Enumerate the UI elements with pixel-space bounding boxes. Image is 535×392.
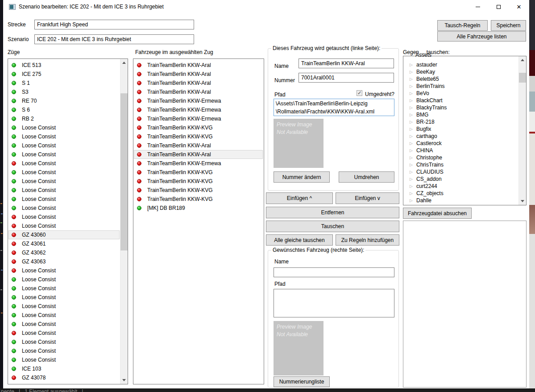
alle-gleiche-tauschen-button[interactable]: Alle gleiche tauschen xyxy=(266,234,333,246)
zuege-scrollbar[interactable] xyxy=(120,59,128,384)
fahrzeuge-list-item[interactable]: TrainTeamBerlin KKW-Ermewa xyxy=(134,96,263,105)
tree-item[interactable]: ▷ Dahlle xyxy=(404,197,518,204)
tree-item[interactable]: ▷ Bugfix xyxy=(404,125,518,133)
tree-item[interactable]: ▷ BR-218 xyxy=(404,118,518,125)
zuege-list-item[interactable]: S 1 xyxy=(8,79,120,88)
tree-item[interactable]: ▷ Castlerock xyxy=(404,140,518,147)
strecke-input[interactable] xyxy=(34,20,194,29)
nummerierungliste-button[interactable]: Nummerierungliste xyxy=(274,376,330,387)
zuege-list-item[interactable]: ICE 513 xyxy=(8,61,120,70)
fahrzeuge-list-item[interactable]: TrainTeamBerlin KKW-KVG xyxy=(134,186,263,195)
fahrzeuge-list-item[interactable]: [MK] DB BR189 xyxy=(134,204,263,213)
zuege-list-item[interactable]: Loose Consist xyxy=(8,311,120,320)
titlebar[interactable]: Szenario bearbeiten: ICE 202 - Mit dem I… xyxy=(3,0,529,14)
scrollbar-thumb[interactable] xyxy=(120,93,128,250)
fahrzeuge-list-item[interactable]: TrainTeamBerlin KKW-Aral xyxy=(134,141,263,150)
zuege-list-item[interactable]: Loose Consist xyxy=(8,141,120,150)
tree-item[interactable]: ▷ BeVo xyxy=(404,90,518,97)
zuege-list-item[interactable]: GZ 43060 xyxy=(8,230,120,239)
zuege-list-item[interactable]: Loose Consist xyxy=(8,275,120,284)
tree-item[interactable]: ▷ CHINA xyxy=(404,147,518,154)
scroll-up-button[interactable] xyxy=(519,56,526,64)
umgedreht-checkbox[interactable]: ✓ xyxy=(357,90,362,96)
fahrzeuge-list-item[interactable]: TrainTeamBerlin KKW-Aral xyxy=(134,150,263,159)
desired-name-input[interactable] xyxy=(274,267,394,277)
scroll-up-button[interactable] xyxy=(120,59,128,67)
zuege-list-item[interactable]: RB 2 xyxy=(8,114,120,123)
zuege-list-item[interactable]: Loose Consist xyxy=(8,346,120,355)
minimize-button[interactable] xyxy=(468,0,488,14)
pfad-input[interactable]: \Assets\TrainTeamBerlin\Berlin-Leipzig \… xyxy=(274,99,394,116)
tausch-tree[interactable]: ▷ astauder ▷ BeeKay ▷ Belette65 ▷ Berlin… xyxy=(403,56,527,205)
tausch-regeln-button[interactable]: Tausch-Regeln xyxy=(437,20,488,31)
speichern-button[interactable]: Speichern xyxy=(491,20,526,31)
fahrzeuge-list-item[interactable]: TrainTeamBerlin KKW-Aral xyxy=(134,88,263,96)
close-button[interactable]: ✕ xyxy=(509,0,529,14)
zuege-list-item[interactable]: Loose Consist xyxy=(8,168,120,177)
zuege-list-item[interactable]: ICE 103 xyxy=(8,364,120,373)
fahrzeuge-listbox[interactable]: TrainTeamBerlin KKW-Aral TrainTeamBerlin… xyxy=(133,58,264,384)
zuege-list-item[interactable]: Loose Consist xyxy=(8,195,120,204)
fahrzeuge-list-item[interactable]: TrainTeamBerlin KKW-Ermewa xyxy=(134,114,263,123)
zuege-list-item[interactable]: S3 xyxy=(8,88,120,96)
maximize-button[interactable] xyxy=(488,0,509,14)
zuege-list-item[interactable]: Loose Consist xyxy=(8,338,120,346)
fahrzeugdatei-absuchen-button[interactable]: Fahrzeugdatei absuchen xyxy=(403,208,472,219)
fahrzeuge-list-item[interactable]: TrainTeamBerlin KKW-Aral xyxy=(134,61,263,70)
zuege-listbox[interactable]: ICE 513 ICE 275 S 1 S3 xyxy=(8,58,128,384)
search-result-box[interactable] xyxy=(403,221,527,388)
zuege-list-item[interactable]: GZ 43078 xyxy=(8,373,120,382)
zuege-list-item[interactable]: Loose Consist xyxy=(8,177,120,186)
zuege-list-item[interactable]: Loose Consist xyxy=(8,221,120,230)
tree-scrollbar[interactable] xyxy=(518,56,526,205)
tree-item-clipped[interactable]: Assets xyxy=(409,52,431,58)
tree-item[interactable]: ▷ ChrisTrains xyxy=(404,161,518,168)
zuege-list-item[interactable]: Loose Consist xyxy=(8,186,120,195)
zuege-list-item[interactable]: GZ 43061 xyxy=(8,239,120,248)
tree-item[interactable]: ▷ CLAUDIUS xyxy=(404,168,518,175)
nummer-input[interactable] xyxy=(299,73,394,83)
zuege-list-item[interactable]: Loose Consist xyxy=(8,302,120,311)
zuege-list-item[interactable]: Loose Consist xyxy=(8,132,120,141)
zuege-list-item[interactable]: RE 70 xyxy=(8,96,120,105)
zuege-list-item[interactable]: Loose Consist xyxy=(8,123,120,132)
zuege-list-item[interactable]: Loose Consist xyxy=(8,266,120,275)
tree-item[interactable]: ▷ carthago xyxy=(404,133,518,140)
einfuegen-unten-button[interactable]: Einfügen v xyxy=(336,192,399,204)
zuege-list-item[interactable]: Loose Consist xyxy=(8,293,120,302)
fahrzeuge-list-item[interactable]: TrainTeamBerlin KKW-KVG xyxy=(134,123,263,132)
tree-item[interactable]: ▷ BerlinTrains xyxy=(404,83,518,90)
tree-item[interactable]: ▷ Belette65 xyxy=(404,75,518,83)
zuege-list-item[interactable]: GZ 43062 xyxy=(8,248,120,257)
fahrzeuge-list-item[interactable]: TrainTeamBerlin KKW-Aral xyxy=(134,79,263,88)
umdrehen-button[interactable]: Umdrehen xyxy=(339,171,394,183)
zuege-list-item[interactable]: Loose Consist xyxy=(8,150,120,159)
tree-item[interactable]: ▷ curt2244 xyxy=(404,183,518,190)
fahrzeuge-list-item[interactable]: TrainTeamBerlin KKW-KVG xyxy=(134,132,263,141)
tree-item[interactable]: ▷ CZ_objects xyxy=(404,190,518,197)
zuege-list-item[interactable]: Loose Consist xyxy=(8,329,120,338)
szenario-input[interactable] xyxy=(34,34,194,44)
fahrzeuge-list-item[interactable]: TrainTeamBerlin KKW-Aral xyxy=(134,70,263,79)
zuege-list-item[interactable]: S 6 xyxy=(8,105,120,114)
tree-item[interactable]: ▷ Christophe xyxy=(404,154,518,161)
scrollbar-thumb[interactable] xyxy=(519,73,526,83)
entfernen-button[interactable]: Entfernen xyxy=(266,207,399,218)
tree-item[interactable]: ▷ BlackChart xyxy=(404,97,518,104)
tree-item[interactable]: ▷ BeeKay xyxy=(404,68,518,75)
tauschen-button[interactable]: Tauschen xyxy=(266,221,399,232)
scroll-down-button[interactable] xyxy=(120,376,128,384)
tree-item[interactable]: ▷ BMG xyxy=(404,111,518,118)
tree-item[interactable]: ▷ astauder xyxy=(404,61,518,68)
zuege-list-item[interactable]: Loose Consist xyxy=(8,204,120,213)
zuege-list-item[interactable]: Loose Consist xyxy=(8,213,120,221)
desired-pfad-input[interactable] xyxy=(274,289,394,317)
zuege-list-item[interactable]: Loose Consist xyxy=(8,284,120,293)
fahrzeuge-list-item[interactable]: TrainTeamBerlin KKW-KVG xyxy=(134,177,263,186)
fahrzeuge-list-item[interactable]: TrainTeamBerlin KKW-KVG xyxy=(134,168,263,177)
zuege-list-item[interactable]: GZ 43063 xyxy=(8,257,120,266)
name-input[interactable] xyxy=(299,58,394,68)
zuege-list-item[interactable]: Loose Consist xyxy=(8,355,120,364)
zuege-list-item[interactable]: ICE 275 xyxy=(8,70,120,79)
tree-item[interactable]: ▷ CS_addon xyxy=(404,175,518,183)
